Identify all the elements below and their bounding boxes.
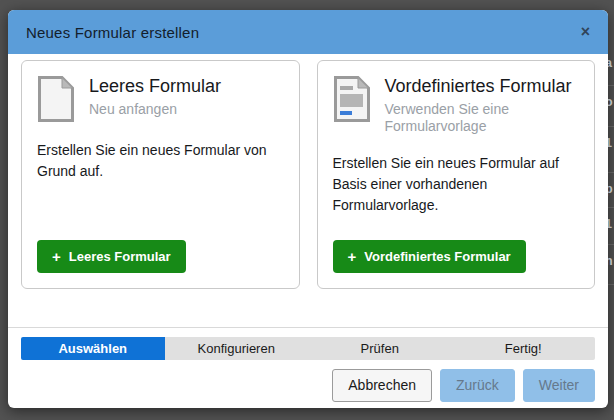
card-subtitle: Neu anfangen <box>89 101 221 119</box>
card-title-block: Leeres Formular Neu anfangen <box>89 75 221 118</box>
step-auswaehlen[interactable]: Auswählen <box>21 337 165 360</box>
blank-document-icon <box>37 75 75 123</box>
card-description: Erstellen Sie ein neues Formular von Gru… <box>37 140 284 182</box>
card-blank-form[interactable]: Leeres Formular Neu anfangen Erstellen S… <box>21 60 300 289</box>
card-header: Vordefiniertes Formular Verwenden Sie ei… <box>333 75 580 136</box>
card-title: Vordefiniertes Formular <box>385 76 580 97</box>
card-subtitle: Verwenden Sie eine Formularvorlage <box>385 101 580 136</box>
create-form-dialog: Neues Formular erstellen × Leeres Formul… <box>8 10 608 408</box>
cancel-button[interactable]: Abbrechen <box>332 369 432 402</box>
template-document-icon <box>333 75 371 123</box>
step-fertig[interactable]: Fertig! <box>452 337 596 360</box>
next-button[interactable]: Weiter <box>523 369 595 402</box>
dialog-title: Neues Formular erstellen <box>26 24 199 41</box>
wizard-stepper: Auswählen Konfigurieren Prüfen Fertig! <box>21 337 595 360</box>
create-predefined-form-button[interactable]: + Vordefiniertes Formular <box>333 240 526 273</box>
dialog-body: Leeres Formular Neu anfangen Erstellen S… <box>8 54 608 289</box>
dialog-header: Neues Formular erstellen × <box>8 10 608 54</box>
plus-icon: + <box>348 249 357 264</box>
card-title: Leeres Formular <box>89 76 221 97</box>
footer-button-row: Abbrechen Zurück Weiter <box>21 369 595 402</box>
button-label: Vordefiniertes Formular <box>364 249 510 264</box>
button-label: Leeres Formular <box>69 249 171 264</box>
card-description: Erstellen Sie ein neues Formular auf Bas… <box>333 153 580 216</box>
back-button[interactable]: Zurück <box>440 369 515 402</box>
card-title-block: Vordefiniertes Formular Verwenden Sie ei… <box>385 75 580 136</box>
card-header: Leeres Formular Neu anfangen <box>37 75 284 123</box>
dialog-footer: Auswählen Konfigurieren Prüfen Fertig! A… <box>8 327 608 408</box>
step-pruefen[interactable]: Prüfen <box>308 337 452 360</box>
plus-icon: + <box>52 249 61 264</box>
close-icon[interactable]: × <box>581 24 590 40</box>
step-konfigurieren[interactable]: Konfigurieren <box>165 337 309 360</box>
create-blank-form-button[interactable]: + Leeres Formular <box>37 240 186 273</box>
card-predefined-form[interactable]: Vordefiniertes Formular Verwenden Sie ei… <box>317 60 596 289</box>
